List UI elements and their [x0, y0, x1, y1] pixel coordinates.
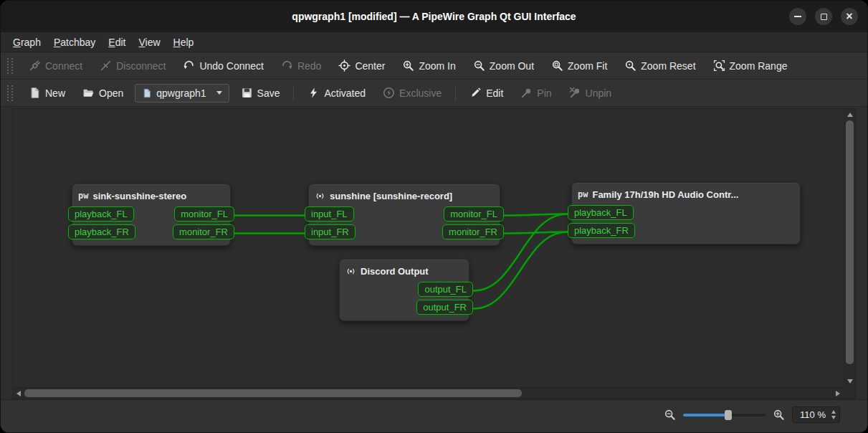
- cable-monitorFL-playbackFL[interactable]: [505, 214, 567, 216]
- toolbar-grip[interactable]: [7, 58, 13, 74]
- zoom-range-label: Zoom Range: [730, 60, 788, 72]
- close-button[interactable]: ×: [841, 8, 858, 25]
- horizontal-scrollbar-thumb[interactable]: [24, 389, 522, 397]
- record-icon: [315, 191, 325, 201]
- graph-canvas[interactable]: pw sink-sunshine-stereo playback_FL moni…: [12, 108, 856, 399]
- open-label: Open: [99, 87, 123, 99]
- zoom-range-button[interactable]: Zoom Range: [707, 56, 793, 75]
- port-output[interactable]: monitor_FR: [173, 224, 234, 239]
- maximize-button[interactable]: [815, 8, 832, 25]
- menu-help[interactable]: Help: [167, 34, 201, 50]
- activated-toggle[interactable]: Activated: [302, 83, 371, 103]
- pin-icon: [520, 87, 533, 99]
- node-header: pw Family 17h/19h HD Audio Contr...: [578, 186, 794, 202]
- port-output[interactable]: monitor_FR: [442, 224, 504, 239]
- spin-up-icon[interactable]: [831, 410, 836, 414]
- zoom-out-button[interactable]: Zoom Out: [467, 56, 540, 75]
- exclusive-toggle[interactable]: Exclusive: [377, 83, 447, 103]
- connect-icon: [29, 60, 41, 72]
- connection-layer: [13, 109, 845, 389]
- close-icon: ×: [846, 11, 852, 22]
- center-button[interactable]: Center: [333, 56, 391, 75]
- minimize-button[interactable]: [789, 8, 806, 25]
- zoom-slider-fill: [683, 414, 728, 417]
- node-header: sunshine [sunshine-record]: [315, 188, 494, 204]
- port-input[interactable]: input_FR: [305, 224, 356, 239]
- zoom-spinbox[interactable]: 110 %: [792, 406, 840, 423]
- undo-connect-label: Undo Connect: [199, 60, 264, 72]
- menu-graph[interactable]: Graph: [6, 34, 47, 50]
- port-output[interactable]: monitor_FL: [444, 206, 504, 222]
- node-header: pw sink-sunshine-stereo: [78, 188, 224, 204]
- patchbay-select[interactable]: qpwgraph1: [135, 84, 229, 103]
- node-title: Discord Output: [361, 266, 429, 277]
- window-title: qpwgraph1 [modified] — A PipeWire Graph …: [292, 11, 576, 22]
- node-sunshine-record[interactable]: sunshine [sunshine-record] input_FL moni…: [308, 184, 500, 246]
- port-output[interactable]: output_FL: [418, 282, 473, 297]
- zoom-slider-handle[interactable]: [725, 410, 732, 420]
- port-input[interactable]: playback_FL: [568, 205, 634, 220]
- new-button[interactable]: New: [23, 83, 71, 103]
- minimize-icon: [794, 16, 801, 17]
- unpin-button[interactable]: Unpin: [563, 83, 618, 103]
- zoom-reset-label: Zoom Reset: [641, 60, 695, 72]
- redo-icon: [281, 60, 293, 72]
- title-bar[interactable]: qpwgraph1 [modified] — A PipeWire Graph …: [1, 1, 867, 32]
- zoom-in-button[interactable]: Zoom In: [396, 56, 461, 75]
- new-label: New: [45, 87, 65, 99]
- port-output[interactable]: output_FR: [416, 300, 473, 315]
- node-title: sink-sunshine-stereo: [92, 191, 186, 201]
- horizontal-scrollbar[interactable]: [13, 387, 844, 399]
- cable-monitorFR-playbackFR[interactable]: [505, 232, 567, 234]
- redo-button[interactable]: Redo: [275, 56, 327, 75]
- spin-down-icon[interactable]: [831, 416, 836, 419]
- node-title: Family 17h/19h HD Audio Contr...: [592, 189, 738, 200]
- disconnect-icon: [100, 60, 112, 72]
- port-input[interactable]: playback_FR: [68, 224, 135, 239]
- vertical-scrollbar[interactable]: [844, 109, 855, 387]
- disconnect-button[interactable]: Disconnect: [94, 56, 171, 75]
- record-icon: [345, 266, 356, 277]
- node-family-hd-audio[interactable]: pw Family 17h/19h HD Audio Contr... play…: [571, 182, 801, 244]
- edit-pencil-icon: [469, 87, 482, 99]
- menu-view[interactable]: View: [132, 34, 166, 50]
- zoom-out-label: Zoom Out: [490, 60, 534, 72]
- scroll-left-arrow[interactable]: [16, 391, 21, 396]
- undo-connect-button[interactable]: Undo Connect: [177, 56, 270, 75]
- menu-edit[interactable]: Edit: [102, 34, 132, 50]
- scroll-right-arrow[interactable]: [836, 391, 840, 396]
- toolbar-grip[interactable]: [7, 85, 13, 101]
- port-input[interactable]: playback_FR: [568, 223, 635, 238]
- toolbar-separator: [455, 85, 456, 101]
- pin-button[interactable]: Pin: [515, 83, 557, 103]
- zoom-fit-button[interactable]: Zoom Fit: [545, 56, 613, 75]
- save-button[interactable]: Save: [235, 83, 286, 103]
- scroll-up-arrow[interactable]: [847, 113, 853, 117]
- exclusive-label: Exclusive: [399, 87, 442, 99]
- center-label: Center: [355, 60, 385, 72]
- zoom-in-icon: [402, 60, 414, 72]
- graph-toolbar: Connect Disconnect Undo Connect: [1, 52, 867, 80]
- edit-button[interactable]: Edit: [464, 83, 509, 103]
- node-sink-sunshine-stereo[interactable]: pw sink-sunshine-stereo playback_FL moni…: [72, 184, 231, 246]
- save-label: Save: [257, 87, 280, 99]
- open-button[interactable]: Open: [77, 83, 129, 103]
- zoom-range-icon: [713, 60, 725, 72]
- open-folder-icon: [82, 87, 95, 99]
- app-window: qpwgraph1 [modified] — A PipeWire Graph …: [0, 0, 868, 433]
- port-input[interactable]: input_FL: [305, 206, 354, 222]
- zoom-reset-icon: [624, 60, 636, 72]
- connect-label: Connect: [45, 60, 82, 72]
- port-input[interactable]: playback_FL: [68, 206, 134, 222]
- zoom-reset-button[interactable]: Zoom Reset: [619, 56, 701, 75]
- disconnect-label: Disconnect: [116, 60, 166, 72]
- center-icon: [338, 60, 350, 72]
- scroll-down-arrow[interactable]: [847, 379, 853, 384]
- exclusive-bolt-icon: [383, 87, 395, 99]
- port-output[interactable]: monitor_FL: [174, 206, 234, 222]
- zoom-slider[interactable]: [683, 409, 766, 421]
- menu-patchbay[interactable]: Patchbay: [47, 34, 102, 50]
- connect-button[interactable]: Connect: [23, 56, 88, 75]
- vertical-scrollbar-thumb[interactable]: [846, 120, 854, 364]
- node-discord-output[interactable]: Discord Output output_FL output_FR: [339, 259, 469, 321]
